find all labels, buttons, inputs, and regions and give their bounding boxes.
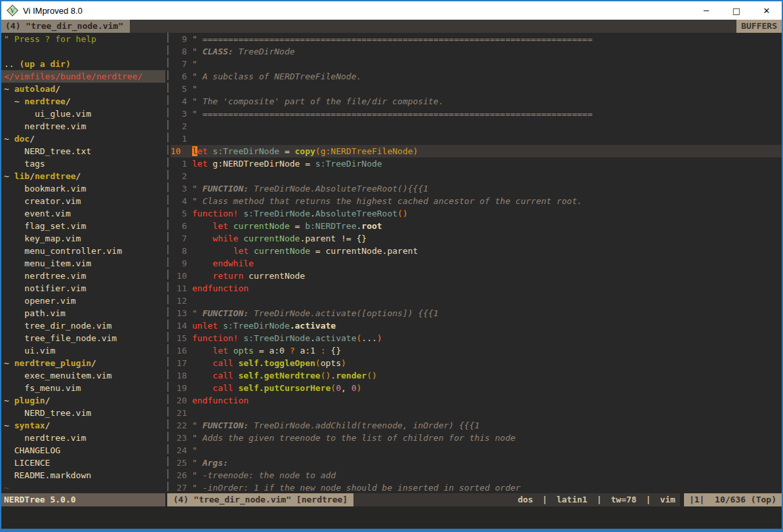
code-line[interactable]: 14unlet s:TreeDirNode.activate (171, 319, 782, 332)
code-line[interactable]: 1 (171, 133, 782, 145)
tree-row[interactable]: CHANGELOG (1, 444, 165, 457)
code-line[interactable]: 9" =====================================… (171, 33, 782, 45)
line-number: 21 (171, 407, 187, 419)
line-number: 27 (171, 481, 187, 493)
tree-row[interactable]: LICENCE (1, 457, 165, 469)
maximize-button[interactable]: □ (721, 1, 752, 20)
code-line[interactable]: 27" -inOrder: 1 if the new node should b… (171, 481, 782, 493)
tree-row[interactable]: key_map.vim (1, 232, 165, 245)
code-line[interactable]: 1let g:NERDTreeDirNode = s:TreeDirNode (171, 157, 782, 170)
line-number: 7 (171, 232, 187, 245)
code-line[interactable]: 19 call self.putCursorHere(0, 0) (171, 382, 782, 394)
line-number: 3 (171, 182, 187, 195)
code-line[interactable]: 7 while currentNode.parent != {} (171, 232, 782, 245)
code-line[interactable]: 3" =====================================… (171, 108, 782, 120)
code-line[interactable]: 12 (171, 295, 782, 307)
statusline-fileformat: dos (513, 493, 537, 506)
tree-row[interactable]: ~ (1, 481, 165, 493)
code-line[interactable]: 24" (171, 444, 782, 457)
code-line[interactable]: 7" (171, 58, 782, 70)
tree-row[interactable]: ~ syntax/ (1, 419, 165, 432)
code-line[interactable]: 3" FUNCTION: TreeDirNode.AbsoluteTreeRoo… (171, 182, 782, 195)
vim-window: V Vi IMproved 8.0 ─ □ ✕ (4) "tree_dir_no… (0, 0, 783, 532)
code-line[interactable]: 2 (171, 120, 782, 133)
code-line[interactable]: 15function! s:TreeDirNode.activate(...) (171, 332, 782, 344)
code-line[interactable]: 21 (171, 407, 782, 419)
line-number: 10 (171, 145, 187, 157)
code-line[interactable]: 2 (171, 170, 782, 182)
tree-row[interactable]: exec_menuitem.vim (1, 369, 165, 382)
tree-row[interactable]: bookmark.vim (1, 182, 165, 195)
code-line[interactable]: 22" FUNCTION: TreeDirNode.addChild(treen… (171, 419, 782, 432)
statusline-separator: | (592, 493, 607, 506)
tree-row[interactable]: menu_item.vim (1, 257, 165, 270)
tree-row[interactable]: .. (up a dir) (1, 58, 165, 70)
code-line[interactable]: 16 let opts = a:0 ? a:1 : {} (171, 344, 782, 357)
minimize-button[interactable]: ─ (691, 1, 721, 20)
window-separator[interactable] (165, 33, 171, 493)
code-line[interactable]: 4" The 'composite' part of the file/dir … (171, 95, 782, 108)
line-number: 5 (171, 207, 187, 220)
close-button[interactable]: ✕ (752, 1, 782, 20)
tree-row[interactable]: path.vim (1, 307, 165, 319)
code-line[interactable]: 11endfunction (171, 282, 782, 295)
tree-row[interactable]: creator.vim (1, 195, 165, 207)
tree-row[interactable]: README.markdown (1, 469, 165, 481)
code-line[interactable]: 6 let currentNode = b:NERDTree.root (171, 220, 782, 232)
tree-row[interactable]: nerdtree.vim (1, 270, 165, 282)
code-line[interactable]: 17 call self.toggleOpen(opts) (171, 357, 782, 369)
tree-row[interactable]: " Press ? for help (1, 33, 165, 45)
tree-row[interactable]: NERD_tree.vim (1, 407, 165, 419)
tab-active[interactable]: (4) "tree_dir_node.vim" (1, 20, 130, 33)
code-line[interactable]: 4" Class method that returns the highest… (171, 195, 782, 207)
statusline-position: |1| 10/636 (Top) (684, 493, 782, 506)
tree-row[interactable]: ~ plugin/ (1, 394, 165, 407)
code-line[interactable]: 25" Args: (171, 457, 782, 469)
tree-row[interactable]: tree_file_node.vim (1, 332, 165, 344)
tree-row[interactable]: tree_dir_node.vim (1, 319, 165, 332)
code-line[interactable]: 8 let currentNode = currentNode.parent (171, 245, 782, 257)
tree-row[interactable]: </vimfiles/bundle/nerdtree/ (1, 70, 165, 83)
tree-row[interactable]: menu_controller.vim (1, 245, 165, 257)
statusline-encoding: latin1 (552, 493, 592, 506)
code-line[interactable]: 10 return currentNode (171, 270, 782, 282)
tree-row[interactable]: nerdtree.vim (1, 120, 165, 133)
code-line[interactable]: 5function! s:TreeDirNode.AbsoluteTreeRoo… (171, 207, 782, 220)
code-line[interactable]: 10let s:TreeDirNode = copy(g:NERDTreeFil… (171, 145, 782, 157)
tree-row[interactable]: NERD_tree.txt (1, 145, 165, 157)
statusline-filetype: vim (655, 493, 679, 506)
tree-row[interactable]: fs_menu.vim (1, 382, 165, 394)
code-line[interactable]: 23" Adds the given treenode to the list … (171, 432, 782, 444)
window-controls: ─ □ ✕ (691, 1, 782, 20)
tree-row[interactable]: ui.vim (1, 344, 165, 357)
tree-row[interactable]: ~ nerdtree/ (1, 95, 165, 108)
tree-row[interactable]: event.vim (1, 207, 165, 220)
line-number: 17 (171, 357, 187, 369)
code-line[interactable]: 9 endwhile (171, 257, 782, 270)
tree-row[interactable]: ~ nerdtree_plugin/ (1, 357, 165, 369)
line-number: 7 (171, 58, 187, 70)
tree-row[interactable]: ~ autoload/ (1, 83, 165, 95)
tree-row[interactable] (1, 45, 165, 58)
statusline-nerdtree: NERDTree 5.0.0 (1, 493, 165, 506)
statusline-separator: | (538, 493, 552, 506)
tree-row[interactable]: ui_glue.vim (1, 108, 165, 120)
line-number: 5 (171, 83, 187, 95)
line-number: 25 (171, 457, 187, 469)
code-line[interactable]: 6" A subclass of NERDTreeFileNode. (171, 70, 782, 83)
line-number: 11 (171, 282, 187, 295)
tree-row[interactable]: notifier.vim (1, 282, 165, 295)
code-line[interactable]: 8" CLASS: TreeDirNode (171, 45, 782, 58)
code-line[interactable]: 20endfunction (171, 394, 782, 407)
code-line[interactable]: 5" (171, 83, 782, 95)
code-line[interactable]: 13" FUNCTION: TreeDirNode.activate([opti… (171, 307, 782, 319)
tree-row[interactable]: tags (1, 157, 165, 170)
line-number: 4 (171, 95, 187, 108)
tree-row[interactable]: ~ lib/nerdtree/ (1, 170, 165, 182)
code-line[interactable]: 26" -treenode: the node to add (171, 469, 782, 481)
tree-row[interactable]: flag_set.vim (1, 220, 165, 232)
tree-row[interactable]: opener.vim (1, 295, 165, 307)
code-line[interactable]: 18 call self.getNerdtree().render() (171, 369, 782, 382)
tree-row[interactable]: nerdtree.vim (1, 432, 165, 444)
tree-row[interactable]: ~ doc/ (1, 133, 165, 145)
